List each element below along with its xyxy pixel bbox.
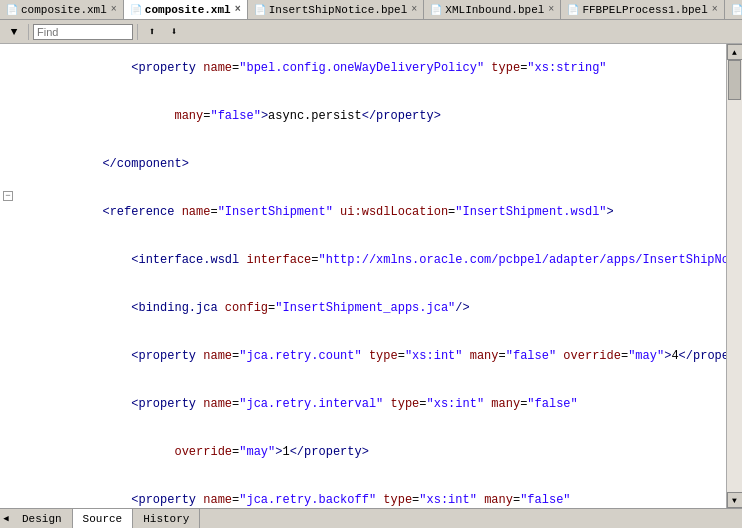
code-container[interactable]: <property name="bpel.config.oneWayDelive… [0, 44, 726, 508]
code-line: override="may">1</property> [0, 428, 726, 476]
tab-source[interactable]: Source [73, 509, 134, 529]
collapse-btn[interactable]: − [3, 191, 13, 201]
tab-ffbpel-process[interactable]: 📄 FFBPELProcess1.bpel × [561, 0, 724, 20]
code-line: <property name="jca.retry.count" type="x… [0, 332, 726, 380]
ffbpel-icon: 📄 [567, 4, 579, 16]
line-content: </component> [16, 140, 726, 188]
bottom-tab-bar: ◀ Design Source History [0, 508, 742, 528]
search-input[interactable] [33, 24, 133, 40]
tab-label-active: composite.xml [145, 4, 231, 16]
bpel-file-icon: 📄 [254, 4, 266, 16]
tab-design-label: Design [22, 513, 62, 525]
line-content: <binding.jca config="InsertShipment_apps… [16, 284, 726, 332]
tab-label-4: XMLInbound.bpel [445, 4, 544, 16]
tab-bar: 📄 composite.xml × 📄 composite.xml × 📄 In… [0, 0, 742, 20]
line-content: many="false">async.persist</property> [16, 92, 726, 140]
tab-label: composite.xml [21, 4, 107, 16]
code-line: <binding.jca config="InsertShipment_apps… [0, 284, 726, 332]
bottom-tab-scroll-left[interactable]: ◀ [0, 509, 12, 529]
tab-history[interactable]: History [133, 509, 200, 529]
tab-composite-xml-2[interactable]: 📄 composite.xml × [124, 0, 248, 20]
toolbar-sep-2 [137, 24, 138, 40]
line-content: <interface.wsdl interface="http://xmlns.… [16, 236, 726, 284]
code-line: <property name="bpel.config.oneWayDelive… [0, 44, 726, 92]
xml-file-icon-2: 📄 [130, 4, 142, 16]
tab-close-btn-2[interactable]: × [235, 4, 241, 15]
vertical-scrollbar: ▲ ▼ [726, 44, 742, 508]
xml-file-icon: 📄 [6, 4, 18, 16]
line-content: <property name="jca.retry.interval" type… [16, 380, 726, 428]
code-line: </component> [0, 140, 726, 188]
scroll-down-btn[interactable]: ▼ [727, 492, 743, 508]
tab-source-label: Source [83, 513, 123, 525]
tab-insert-ship-notice[interactable]: 📄 InsertShipNotice.bpel × [248, 0, 425, 20]
tab-b[interactable]: 📄 b × [725, 0, 742, 20]
tab-close-btn-5[interactable]: × [712, 4, 718, 15]
line-gutter-collapsible[interactable]: − [0, 188, 16, 201]
tab-history-label: History [143, 513, 189, 525]
nav-prev-btn[interactable]: ⬆ [142, 23, 162, 41]
tab-label-3: InsertShipNotice.bpel [269, 4, 408, 16]
nav-next-btn[interactable]: ⬇ [164, 23, 184, 41]
tab-label-5: FFBPELProcess1.bpel [582, 4, 707, 16]
line-content: <property name="jca.retry.backoff" type=… [16, 476, 726, 508]
main-content: <property name="bpel.config.oneWayDelive… [0, 44, 742, 508]
code-line: <interface.wsdl interface="http://xmlns.… [0, 236, 726, 284]
code-line: many="false">async.persist</property> [0, 92, 726, 140]
code-line: <property name="jca.retry.backoff" type=… [0, 476, 726, 508]
tab-close-btn-4[interactable]: × [548, 4, 554, 15]
tab-close-btn[interactable]: × [111, 4, 117, 15]
line-content: <property name="bpel.config.oneWayDelive… [16, 44, 726, 92]
tab-composite-xml-1[interactable]: 📄 composite.xml × [0, 0, 124, 20]
scroll-thumb[interactable] [728, 60, 741, 100]
code-line: − <reference name="InsertShipment" ui:ws… [0, 188, 726, 236]
tab-xml-inbound[interactable]: 📄 XMLInbound.bpel × [424, 0, 561, 20]
editor-area: <property name="bpel.config.oneWayDelive… [0, 44, 726, 508]
code-line: <property name="jca.retry.interval" type… [0, 380, 726, 428]
b-file-icon: 📄 [731, 4, 742, 16]
toolbar-dropdown-btn[interactable]: ▼ [4, 23, 24, 41]
tab-close-btn-3[interactable]: × [411, 4, 417, 15]
tab-design[interactable]: Design [12, 509, 73, 529]
line-content: <property name="jca.retry.count" type="x… [16, 332, 726, 380]
line-content: <reference name="InsertShipment" ui:wsdl… [16, 188, 726, 236]
editor-toolbar: ▼ ⬆ ⬇ [0, 20, 742, 44]
line-content: override="may">1</property> [16, 428, 726, 476]
toolbar-sep-1 [28, 24, 29, 40]
scroll-up-btn[interactable]: ▲ [727, 44, 743, 60]
scroll-track[interactable] [727, 60, 742, 492]
code-lines: <property name="bpel.config.oneWayDelive… [0, 44, 726, 508]
xml-inbound-icon: 📄 [430, 4, 442, 16]
